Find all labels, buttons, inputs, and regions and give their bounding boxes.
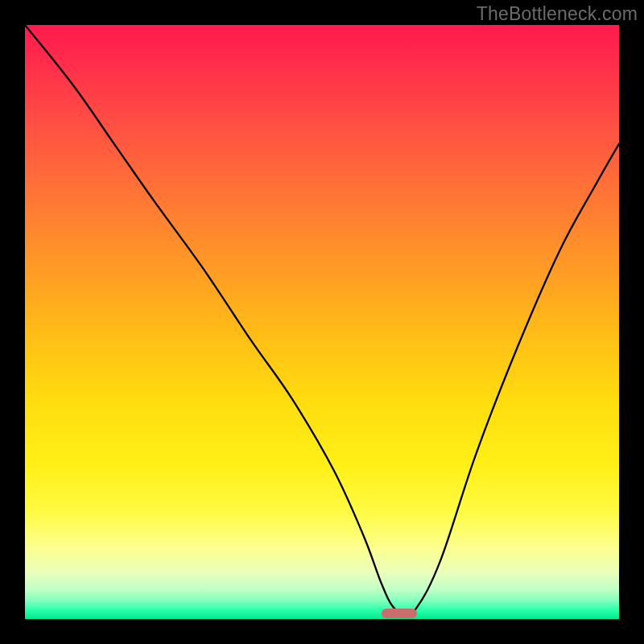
bottleneck-curve <box>25 25 619 619</box>
watermark-text: TheBottleneck.com <box>477 3 638 25</box>
plot-area <box>25 25 619 619</box>
chart-frame: TheBottleneck.com <box>0 0 644 644</box>
optimal-marker <box>382 609 417 618</box>
